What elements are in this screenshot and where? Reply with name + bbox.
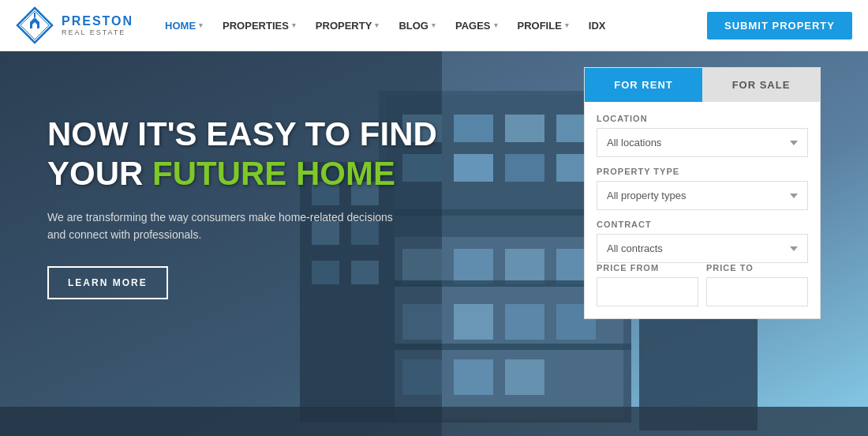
logo-text: PRESTON REAL ESTATE — [62, 14, 133, 36]
nav-pages[interactable]: PAGES ▾ — [447, 13, 506, 38]
learn-more-button[interactable]: LEARN MORE — [47, 266, 168, 299]
nav-blog[interactable]: BLOG ▾ — [391, 13, 443, 38]
svg-rect-19 — [454, 304, 493, 340]
chevron-down-icon: ▾ — [432, 21, 436, 29]
search-form-body: LOCATION All locations New York Los Ange… — [585, 102, 820, 310]
chevron-down-icon: ▾ — [292, 21, 296, 29]
nav-properties[interactable]: PROPERTIES ▾ — [215, 13, 304, 38]
logo-name: PRESTON — [62, 14, 133, 28]
svg-rect-23 — [454, 359, 493, 395]
location-label: LOCATION — [597, 114, 808, 123]
price-from-label: PRICE FROM — [597, 263, 698, 272]
tab-for-rent[interactable]: FOR RENT — [585, 68, 702, 102]
svg-rect-20 — [505, 304, 544, 340]
search-panel: FOR RENT FOR SALE LOCATION All locations… — [584, 67, 821, 319]
chevron-down-icon: ▾ — [565, 21, 569, 29]
chevron-down-icon: ▾ — [494, 21, 498, 29]
price-inputs-row — [597, 277, 808, 306]
price-from-input[interactable] — [597, 277, 698, 306]
tab-for-sale[interactable]: FOR SALE — [702, 68, 820, 102]
hero-title: NOW IT'S EASY TO FIND YOUR FUTURE HOME — [47, 115, 437, 194]
svg-rect-11 — [454, 154, 493, 182]
logo[interactable]: PRESTON REAL ESTATE — [16, 6, 133, 44]
price-to-label: PRICE TO — [706, 263, 808, 272]
chevron-down-icon: ▾ — [199, 21, 203, 29]
hero-subtitle: We are transforming the way consumers ma… — [47, 209, 395, 244]
nav-links: HOME ▾ PROPERTIES ▾ PROPERTY ▾ BLOG ▾ PA… — [157, 13, 707, 38]
logo-subtitle: REAL ESTATE — [62, 28, 133, 36]
submit-property-button[interactable]: SUBMIT PROPERTY — [707, 12, 852, 39]
hero-section: NOW IT'S EASY TO FIND YOUR FUTURE HOME W… — [0, 51, 868, 436]
chevron-down-icon: ▾ — [375, 21, 379, 29]
svg-rect-12 — [505, 154, 544, 182]
svg-rect-15 — [454, 249, 493, 284]
property-type-label: PROPERTY TYPE — [597, 167, 808, 176]
property-type-select[interactable]: All property types House Apartment Condo — [597, 181, 808, 210]
price-to-input[interactable] — [706, 277, 808, 306]
nav-profile[interactable]: PROFILE ▾ — [510, 13, 577, 38]
price-to-col — [706, 277, 808, 306]
svg-rect-7 — [454, 115, 493, 142]
svg-rect-24 — [505, 359, 544, 395]
location-select[interactable]: All locations New York Los Angeles Chica… — [597, 128, 808, 157]
navbar: PRESTON REAL ESTATE HOME ▾ PROPERTIES ▾ … — [0, 0, 868, 51]
svg-rect-16 — [505, 249, 544, 284]
contract-select[interactable]: All contracts Rent Sale Lease — [597, 234, 808, 263]
nav-property[interactable]: PROPERTY ▾ — [308, 13, 387, 38]
search-tabs: FOR RENT FOR SALE — [585, 68, 820, 102]
logo-icon — [16, 6, 54, 44]
price-labels-row: PRICE FROM PRICE TO — [597, 263, 808, 277]
nav-home[interactable]: HOME ▾ — [157, 13, 211, 38]
nav-idx[interactable]: IDX — [581, 13, 614, 38]
hero-content: NOW IT'S EASY TO FIND YOUR FUTURE HOME W… — [47, 115, 437, 299]
contract-label: CONTRACT — [597, 220, 808, 229]
svg-rect-8 — [505, 115, 544, 142]
price-from-col — [597, 277, 698, 306]
